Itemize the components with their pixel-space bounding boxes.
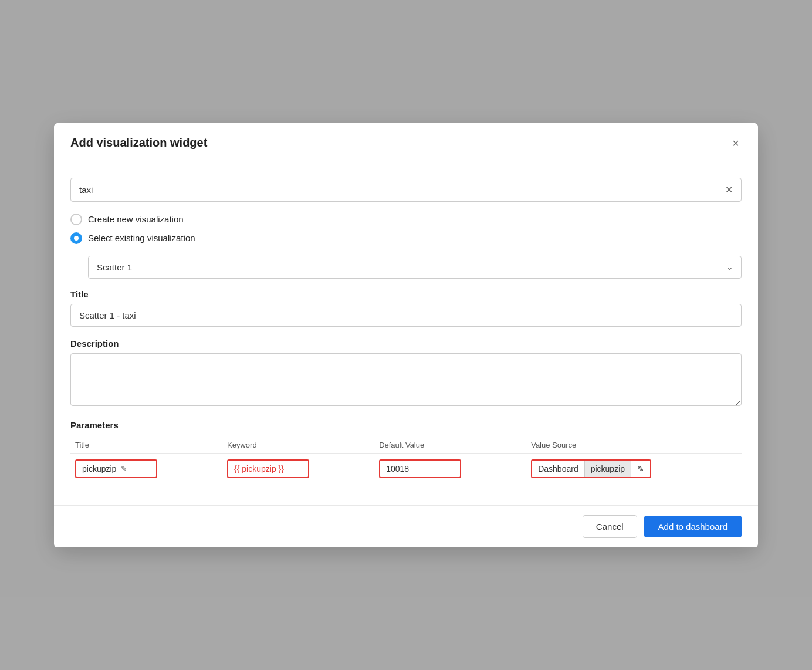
modal-footer: Cancel Add to dashboard: [54, 505, 758, 547]
value-source-param-label: pickupzip: [584, 461, 631, 477]
radio-select-existing-circle: [70, 232, 82, 244]
param-default-value: 10018: [386, 464, 409, 473]
param-default-bordered: 10018: [379, 459, 461, 478]
col-keyword: Keyword: [222, 437, 374, 454]
modal-header: Add visualization widget ×: [54, 123, 758, 161]
param-title-value: pickupzip: [82, 464, 116, 473]
visualization-select[interactable]: Scatter 1 Scatter 2 Line 1: [88, 256, 742, 279]
value-source-dashboard-label: Dashboard: [532, 461, 584, 477]
param-keyword-value: {{ pickupzip }}: [234, 464, 284, 473]
param-title-edit-icon[interactable]: ✎: [121, 465, 127, 473]
param-keyword-cell: {{ pickupzip }}: [222, 453, 374, 484]
radio-select-existing-label: Select existing visualization: [88, 233, 195, 243]
visualization-select-wrapper: Scatter 1 Scatter 2 Line 1 ⌄: [88, 256, 742, 279]
parameters-table: Title Keyword Default Value Value Source…: [70, 437, 742, 484]
title-section: Title: [70, 289, 742, 327]
search-row: ✕: [70, 178, 742, 202]
title-label: Title: [70, 289, 742, 299]
close-button[interactable]: ×: [730, 135, 742, 151]
param-value-source-cell: Dashboard pickupzip ✎: [526, 453, 742, 484]
cancel-button[interactable]: Cancel: [583, 515, 637, 538]
radio-create-new-circle: [70, 214, 82, 225]
add-visualization-modal: Add visualization widget × ✕ Create new …: [54, 123, 758, 547]
value-source-bordered: Dashboard pickupzip ✎: [531, 459, 651, 478]
param-title-bordered: pickupzip ✎: [75, 459, 157, 478]
parameters-section: Parameters Title Keyword Default Value V…: [70, 420, 742, 484]
radio-group: Create new visualization Select existing…: [70, 214, 742, 244]
col-title: Title: [70, 437, 222, 454]
col-default-value: Default Value: [374, 437, 526, 454]
description-input[interactable]: [70, 353, 742, 406]
value-source-edit-icon[interactable]: ✎: [631, 461, 650, 477]
parameters-label: Parameters: [70, 420, 742, 430]
radio-create-new-label: Create new visualization: [88, 214, 184, 224]
description-section: Description: [70, 339, 742, 408]
radio-select-existing[interactable]: Select existing visualization: [70, 232, 742, 244]
search-input[interactable]: [79, 185, 720, 195]
description-label: Description: [70, 339, 742, 348]
modal-title: Add visualization widget: [70, 136, 207, 150]
table-row: pickupzip ✎ {{ pickupzip }}: [70, 453, 742, 484]
col-value-source: Value Source: [526, 437, 742, 454]
add-to-dashboard-button[interactable]: Add to dashboard: [644, 516, 742, 537]
title-input[interactable]: [70, 304, 742, 327]
param-default-cell: 10018: [374, 453, 526, 484]
param-keyword-bordered: {{ pickupzip }}: [227, 459, 309, 478]
params-header-row: Title Keyword Default Value Value Source: [70, 437, 742, 454]
radio-create-new[interactable]: Create new visualization: [70, 214, 742, 225]
search-clear-button[interactable]: ✕: [720, 184, 733, 195]
modal-overlay: Add visualization widget × ✕ Create new …: [0, 0, 812, 670]
modal-body: ✕ Create new visualization Select existi…: [54, 161, 758, 505]
param-title-cell: pickupzip ✎: [70, 453, 222, 484]
